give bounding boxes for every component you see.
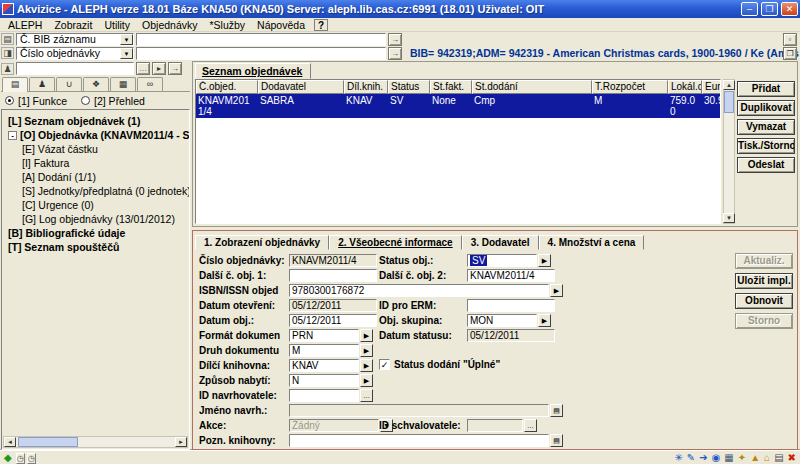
chevron-down-icon[interactable]: ▼	[120, 48, 133, 59]
tree-item[interactable]: [S] Jednotky/předplatná (0 jednotek)	[4, 184, 189, 198]
table-row[interactable]: KNAVM2011/4SABRAKNAVSVNoneCmpM759.0030.9…	[196, 94, 720, 118]
tab-form-2[interactable]: 2. Všeobecné informace	[329, 235, 462, 250]
scroll-up-icon[interactable]: ▲	[723, 80, 735, 90]
duplikovat-button[interactable]: Duplikovat	[737, 100, 795, 116]
field-pozn-knihovny[interactable]	[289, 434, 549, 447]
mode-radio-1[interactable]: [1] Funkce	[5, 95, 67, 107]
expand-options-icon[interactable]: ▶	[538, 254, 551, 267]
obnovit-button[interactable]: Obnovit	[735, 293, 793, 309]
tree-expander-icon[interactable]: -	[8, 131, 17, 140]
exit-icon[interactable]: ✖	[788, 452, 796, 464]
column-header[interactable]: Lokál.ce	[668, 80, 702, 94]
edit-icon[interactable]: ✎	[687, 452, 695, 464]
record-nav-icon[interactable]: ❒	[783, 47, 797, 60]
chevron-down-icon[interactable]: ▼	[120, 34, 133, 45]
expand-options-icon[interactable]: ▶	[550, 284, 563, 297]
expand-editor-icon[interactable]: ▤	[550, 404, 563, 417]
scroll-right-icon[interactable]: ►	[175, 437, 187, 447]
field-druh-dokumentu[interactable]: M	[289, 344, 359, 357]
tree-item[interactable]: [C] Urgence (0)	[4, 198, 189, 212]
vendor-tab-icon[interactable]: ∪	[56, 77, 82, 91]
printer-icon[interactable]: ▤	[774, 452, 783, 464]
menu-item-3[interactable]: Utility	[98, 19, 136, 31]
browse-dots-icon[interactable]: …	[524, 419, 537, 432]
globe-icon[interactable]: ◉	[712, 452, 721, 464]
field-dal-obj-2[interactable]: KNAVM2011/4	[467, 269, 555, 282]
expand-arrow-button[interactable]: ▸	[152, 62, 166, 75]
arrows-icon[interactable]: ➔	[699, 452, 707, 464]
order-go-button[interactable]: →	[388, 47, 402, 60]
field-d-l-knihovna[interactable]: KNAV	[289, 359, 359, 372]
patron-tab-icon[interactable]: ♟	[29, 77, 55, 91]
menu-item-1[interactable]: ALEPH	[2, 19, 48, 31]
field-zp-sob-nabyt[interactable]: N	[289, 374, 359, 387]
checkbox-icon[interactable]: ✓	[379, 359, 390, 370]
tree-item[interactable]: [B] Bibliografické údaje	[4, 226, 189, 240]
table-vertical-scrollbar[interactable]: ▲ ▼	[723, 79, 735, 224]
expand-options-icon[interactable]: ▶	[538, 314, 551, 327]
minimize-button[interactable]: –	[741, 2, 758, 16]
maximize-button[interactable]: ❐	[761, 2, 778, 16]
tree-item[interactable]: -[O] Objednávka (KNAVM2011/4 - SAB	[4, 128, 189, 142]
menu-item-4[interactable]: Objednávky	[136, 19, 203, 31]
column-header[interactable]: T.Rozpočet	[592, 80, 668, 94]
vymazat-button[interactable]: Vymazat	[737, 119, 795, 135]
p-idat-button[interactable]: Přidat	[737, 81, 795, 97]
column-header[interactable]: Euro	[702, 80, 721, 94]
column-header[interactable]: St.dodání	[472, 80, 592, 94]
column-header[interactable]: Č.objed.	[196, 80, 258, 94]
tree-horizontal-scrollbar[interactable]: ◄ ►	[3, 436, 188, 448]
key-icon[interactable]: ✦	[738, 452, 746, 464]
tree-item[interactable]: [A] Dodání (1/1)	[4, 170, 189, 184]
tab-form-1[interactable]: 1. Zobrazení objednávky	[195, 235, 329, 250]
odeslat-button[interactable]: Odeslat	[737, 157, 795, 173]
field-isbn-issn-objed[interactable]: 9780300176872	[289, 284, 549, 297]
menu-item-6[interactable]: Nápověda	[251, 19, 311, 31]
expand-editor-icon[interactable]: ▤	[550, 434, 563, 447]
tab-form-3[interactable]: 3. Dodavatel	[462, 235, 539, 250]
help-icon[interactable]: ?	[314, 19, 328, 31]
invoice-tab-icon[interactable]: ❖	[83, 77, 109, 91]
tree-item[interactable]: [G] Log objednávky (13/01/2012)	[4, 212, 189, 226]
field-form-t-dokumen[interactable]: PRN	[289, 329, 359, 342]
tree-item[interactable]: [I] Faktura	[4, 156, 189, 170]
scrollbar-thumb[interactable]	[724, 91, 734, 113]
field-obj-skupina[interactable]: MON	[467, 314, 537, 327]
mode-radio-2[interactable]: [2] Přehled	[81, 95, 145, 107]
expand-options-icon[interactable]: ▶	[360, 359, 373, 372]
field-id-navrhovatele[interactable]	[289, 389, 359, 402]
panel-toggle-icon[interactable]: ▫	[783, 33, 797, 46]
bib-go-button[interactable]: →	[388, 33, 402, 46]
budget-tab-icon[interactable]: ▦	[110, 77, 136, 91]
scroll-down-icon[interactable]: ▼	[723, 213, 735, 223]
close-button[interactable]: ✕	[781, 2, 798, 16]
field-id-pro-erm[interactable]	[467, 299, 555, 312]
clock-icon[interactable]: ◷	[16, 453, 25, 464]
tree-item[interactable]: [L] Seznam objednávek (1)	[4, 114, 189, 128]
aux-search-input[interactable]	[16, 62, 134, 75]
bib-search-input[interactable]	[136, 33, 386, 46]
menu-item-2[interactable]: Zobrazit	[48, 19, 98, 31]
order-search-input[interactable]	[136, 47, 386, 60]
column-header[interactable]: St.fakt.	[430, 80, 472, 94]
order-selector-combo[interactable]: Číslo objednávky ▼	[16, 47, 134, 60]
expand-options-icon[interactable]: ▶	[360, 329, 373, 342]
browse-dots-button[interactable]: …	[136, 62, 150, 75]
field-status-obj[interactable]: SV	[467, 254, 537, 267]
order-tab-icon[interactable]: ▤	[2, 77, 28, 92]
tree-item[interactable]: [T] Seznam spouštěčů	[4, 240, 189, 254]
search-tab-icon[interactable]: ∞	[137, 77, 163, 91]
checkbox-field[interactable]: ✓Status dodání "Úplné"	[379, 359, 500, 370]
scroll-left-icon[interactable]: ◄	[4, 437, 16, 447]
compass-icon[interactable]: ✳	[674, 452, 682, 464]
home-icon[interactable]: ⌂	[764, 452, 770, 464]
tree-item[interactable]: [E] Vázat částku	[4, 142, 189, 156]
tab-form-4[interactable]: 4. Množství a cena	[539, 235, 645, 250]
expand-options-icon[interactable]: ▶	[360, 344, 373, 357]
menu-item-5[interactable]: *Služby	[204, 19, 252, 31]
bib-selector-combo[interactable]: Č. BIB záznamu ▼	[16, 33, 134, 46]
column-header[interactable]: Díl.knih.	[344, 80, 388, 94]
scrollbar-thumb[interactable]	[18, 437, 78, 447]
column-header[interactable]: Dodavatel	[258, 80, 344, 94]
column-header[interactable]: Status	[388, 80, 430, 94]
